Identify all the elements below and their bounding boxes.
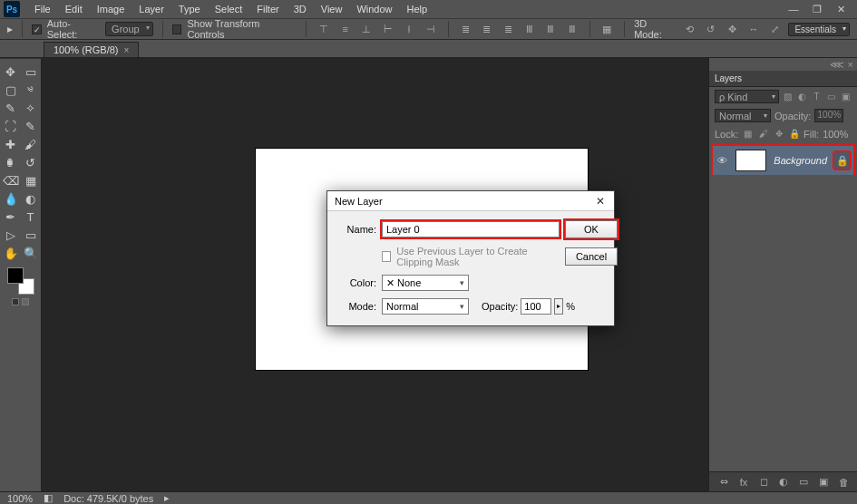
- move-tool[interactable]: ✥: [2, 63, 20, 81]
- foreground-color-swatch[interactable]: [7, 267, 24, 284]
- filter-shape-icon[interactable]: ▭: [825, 91, 837, 102]
- shape-tool[interactable]: ▭: [22, 226, 40, 244]
- align-left-icon[interactable]: ⊢: [380, 21, 396, 37]
- brush-tool[interactable]: 🖌: [22, 135, 40, 153]
- layer-color-select[interactable]: ✕ None: [382, 275, 469, 291]
- zoom-level[interactable]: 100%: [7, 493, 33, 504]
- auto-align-icon[interactable]: ▦: [599, 21, 616, 37]
- history-brush-tool[interactable]: ↺: [22, 153, 40, 171]
- 3d-slide-icon[interactable]: ↔: [745, 21, 762, 37]
- layer-mask-icon[interactable]: ◻: [757, 476, 770, 489]
- opacity-stepper[interactable]: ▸: [554, 298, 563, 315]
- color-swatches[interactable]: [7, 267, 34, 295]
- gradient-tool[interactable]: ▦: [22, 171, 40, 189]
- lock-position-icon[interactable]: ✥: [773, 128, 784, 140]
- layer-thumbnail[interactable]: [735, 150, 766, 171]
- dodge-tool[interactable]: ◐: [22, 189, 40, 208]
- eraser-tool[interactable]: ⌫: [2, 171, 20, 189]
- filter-smart-icon[interactable]: ▣: [840, 91, 852, 102]
- align-top-icon[interactable]: ⊤: [316, 21, 332, 37]
- new-layer-icon[interactable]: ▣: [817, 476, 830, 489]
- layer-filter-kind-select[interactable]: ρ Kind: [715, 90, 779, 103]
- crop-tool[interactable]: ⛶: [2, 117, 20, 135]
- blend-mode-select[interactable]: Normal: [382, 298, 469, 315]
- menu-image[interactable]: Image: [90, 0, 132, 18]
- status-preview-icon[interactable]: ◧: [44, 492, 53, 504]
- quick-mask-toggle[interactable]: [12, 298, 29, 305]
- distribute-right-icon[interactable]: Ⅲ: [564, 21, 580, 37]
- show-transform-checkbox[interactable]: [172, 24, 182, 34]
- layers-panel-tab[interactable]: Layers: [709, 71, 857, 87]
- lock-paint-icon[interactable]: 🖌: [757, 128, 769, 140]
- lock-transparency-icon[interactable]: ▦: [742, 128, 754, 140]
- collapse-panels-icon[interactable]: ⋘: [830, 59, 844, 71]
- panel-opacity-value[interactable]: 100%: [814, 109, 843, 122]
- distribute-hcenter-icon[interactable]: Ⅲ: [543, 21, 560, 37]
- eyedropper-tool[interactable]: ✎: [22, 117, 40, 135]
- lasso-tool[interactable]: ༄: [22, 81, 40, 99]
- 3d-pan-icon[interactable]: ✥: [725, 21, 741, 37]
- maximize-button[interactable]: ❐: [810, 4, 824, 15]
- ok-button[interactable]: OK: [565, 220, 618, 238]
- filter-type-icon[interactable]: T: [811, 91, 823, 102]
- dialog-close-icon[interactable]: ✕: [594, 195, 607, 208]
- hand-tool[interactable]: ✋: [2, 244, 20, 262]
- align-vcenter-icon[interactable]: ≡: [337, 21, 354, 37]
- stamp-tool[interactable]: ⧯: [2, 153, 20, 171]
- panel-blend-mode-select[interactable]: Normal: [715, 109, 771, 122]
- menu-select[interactable]: Select: [208, 0, 250, 18]
- visibility-toggle-icon[interactable]: 👁: [716, 155, 728, 166]
- menu-edit[interactable]: Edit: [58, 0, 90, 18]
- delete-layer-icon[interactable]: 🗑: [837, 476, 850, 489]
- magic-wand-tool[interactable]: ✧: [22, 99, 40, 117]
- workspace-select[interactable]: Essentials: [788, 23, 850, 36]
- menu-view[interactable]: View: [314, 0, 350, 18]
- menu-window[interactable]: Window: [349, 0, 399, 18]
- close-panels-icon[interactable]: ×: [848, 59, 853, 70]
- 3d-roll-icon[interactable]: ↺: [703, 21, 719, 37]
- document-tab[interactable]: 100% (RGB/8) ×: [44, 42, 139, 57]
- close-tab-icon[interactable]: ×: [124, 45, 130, 55]
- path-select-tool[interactable]: ▷: [2, 226, 20, 244]
- menu-3d[interactable]: 3D: [287, 0, 314, 18]
- blur-tool[interactable]: 💧: [2, 189, 20, 208]
- distribute-bottom-icon[interactable]: ≣: [501, 21, 517, 37]
- cancel-button[interactable]: Cancel: [565, 247, 618, 266]
- marquee-tool[interactable]: ▢: [2, 81, 20, 99]
- pen-tool[interactable]: ✒: [2, 208, 20, 226]
- distribute-vcenter-icon[interactable]: ≣: [479, 21, 495, 37]
- layer-row-background[interactable]: 👁 Background 🔒: [713, 146, 853, 175]
- doc-size[interactable]: Doc: 479.5K/0 bytes: [63, 493, 153, 504]
- 3d-orbit-icon[interactable]: ⟲: [682, 21, 698, 37]
- fill-value[interactable]: 100%: [823, 129, 852, 140]
- layer-style-icon[interactable]: fx: [737, 476, 750, 489]
- healing-tool[interactable]: ✚: [2, 135, 20, 153]
- type-tool[interactable]: T: [22, 208, 40, 226]
- zoom-tool[interactable]: 🔍: [22, 244, 40, 262]
- quick-select-tool[interactable]: ✎: [2, 99, 20, 117]
- dialog-titlebar[interactable]: New Layer ✕: [327, 191, 614, 211]
- new-group-icon[interactable]: ▭: [797, 476, 810, 489]
- distribute-left-icon[interactable]: Ⅲ: [521, 21, 538, 37]
- distribute-top-icon[interactable]: ≣: [457, 21, 473, 37]
- lock-all-icon[interactable]: 🔒: [788, 128, 800, 140]
- layer-name-input[interactable]: [382, 221, 560, 237]
- auto-select-target-select[interactable]: Group: [105, 22, 153, 36]
- align-right-icon[interactable]: ⊣: [423, 21, 439, 37]
- status-arrow-icon[interactable]: ▸: [164, 492, 170, 504]
- filter-adjust-icon[interactable]: ◐: [796, 91, 808, 102]
- menu-type[interactable]: Type: [171, 0, 208, 18]
- menu-filter[interactable]: Filter: [249, 0, 286, 18]
- close-button[interactable]: ✕: [833, 4, 848, 15]
- adjustment-layer-icon[interactable]: ◐: [777, 476, 790, 489]
- auto-select-checkbox[interactable]: [32, 24, 42, 34]
- menu-layer[interactable]: Layer: [131, 0, 171, 18]
- 3d-scale-icon[interactable]: ⤢: [767, 21, 784, 37]
- link-layers-icon[interactable]: ⇔: [717, 476, 730, 489]
- filter-pixel-icon[interactable]: ▧: [782, 91, 794, 102]
- artboard-tool[interactable]: ▭: [22, 63, 40, 81]
- align-bottom-icon[interactable]: ⊥: [358, 21, 375, 37]
- menu-help[interactable]: Help: [400, 0, 435, 18]
- minimize-button[interactable]: —: [786, 4, 801, 15]
- layer-lock-icon[interactable]: 🔒: [834, 152, 850, 169]
